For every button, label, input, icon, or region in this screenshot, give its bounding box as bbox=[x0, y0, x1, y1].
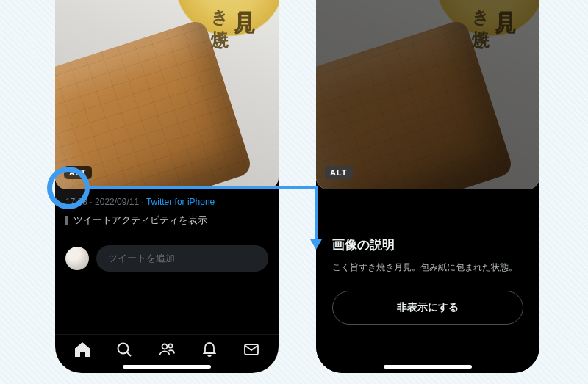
phone-right: 月見 き焼き ALT 画像の説明 こく旨すき焼き月見。包み紙に包まれた状態。 非… bbox=[316, 0, 539, 373]
search-icon[interactable] bbox=[115, 341, 133, 361]
annotation-arrow-line bbox=[88, 186, 318, 189]
activity-icon bbox=[65, 216, 68, 225]
svg-point-0 bbox=[118, 344, 129, 354]
tweet-activity-label: ツイートアクティビティを表示 bbox=[74, 214, 207, 227]
tweet-image[interactable]: 月見 き焼き ALT bbox=[55, 0, 279, 189]
tweet-image-dimmed: 月見 き焼き ALT bbox=[316, 0, 539, 189]
people-icon[interactable] bbox=[158, 341, 176, 361]
bell-icon[interactable] bbox=[201, 341, 218, 361]
svg-point-2 bbox=[162, 344, 167, 349]
burger-wrapper-graphic bbox=[55, 18, 254, 189]
annotation-arrow-down bbox=[315, 186, 318, 242]
compose-row: ツイートを追加 bbox=[55, 236, 279, 278]
home-indicator bbox=[316, 365, 539, 369]
image-overlay bbox=[316, 0, 539, 189]
tweet-date: 2022/09/11 bbox=[95, 197, 139, 207]
annotation-circle bbox=[47, 167, 90, 209]
alt-badge[interactable]: ALT bbox=[325, 166, 353, 179]
svg-point-3 bbox=[168, 344, 172, 347]
product-label-small: き焼き bbox=[208, 0, 232, 40]
bottom-nav bbox=[55, 334, 279, 361]
svg-line-1 bbox=[127, 352, 131, 356]
tweet-activity-row[interactable]: ツイートアクティビティを表示 bbox=[55, 210, 279, 236]
mail-icon[interactable] bbox=[243, 341, 260, 361]
alt-sheet-body: こく旨すき焼き月見。包み紙に包まれた状態。 bbox=[332, 261, 523, 275]
hide-button[interactable]: 非表示にする bbox=[332, 291, 523, 325]
alt-sheet-title: 画像の説明 bbox=[332, 236, 523, 253]
home-icon[interactable] bbox=[74, 341, 91, 361]
tweet-source-link[interactable]: Twitter for iPhone bbox=[146, 197, 215, 207]
avatar[interactable] bbox=[65, 247, 89, 270]
compose-input[interactable]: ツイートを追加 bbox=[96, 245, 268, 272]
alt-description-sheet: 画像の説明 こく旨すき焼き月見。包み紙に包まれた状態。 非表示にする bbox=[316, 219, 539, 373]
annotation-arrow-head bbox=[310, 239, 322, 250]
home-indicator bbox=[55, 365, 279, 369]
